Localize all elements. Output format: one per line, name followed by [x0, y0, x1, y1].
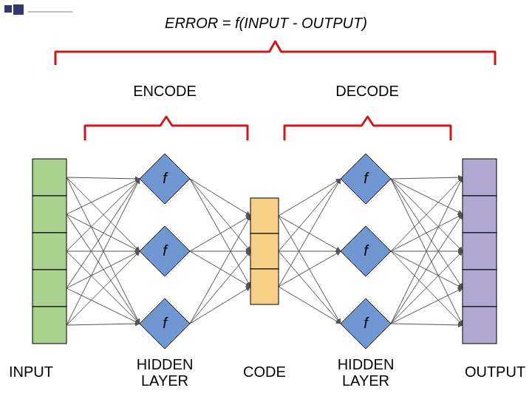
svg-line-31	[279, 251, 341, 287]
svg-line-18	[190, 216, 250, 251]
svg-line-15	[190, 179, 250, 216]
edges-h2-output	[391, 177, 463, 325]
svg-line-39	[391, 214, 463, 251]
input-layer-cell	[33, 159, 66, 196]
svg-line-29	[279, 251, 341, 324]
svg-line-43	[391, 177, 463, 324]
output-layer-cell	[463, 159, 497, 196]
hidden-layer-2: fff	[341, 154, 391, 349]
decode-label: DECODE	[335, 83, 399, 99]
input-layer-cell	[33, 233, 66, 270]
code-layer-cell	[250, 233, 279, 269]
output-label: OUTPUT	[465, 364, 525, 380]
svg-line-30	[279, 179, 341, 287]
output-layer	[463, 159, 497, 344]
input-label: INPUT	[9, 364, 53, 380]
bracket-decode	[284, 117, 451, 140]
diagram-title: ERROR = f(INPUT - OUTPUT)	[165, 15, 367, 31]
bracket-error	[55, 41, 495, 65]
code-label: CODE	[243, 364, 286, 380]
bracket-encode	[85, 117, 248, 140]
svg-line-3	[66, 179, 140, 214]
output-layer-cell	[463, 270, 497, 307]
svg-line-24	[279, 179, 341, 216]
output-layer-cell	[463, 307, 497, 344]
svg-line-14	[66, 324, 140, 325]
svg-line-37	[391, 179, 463, 325]
hidden1-label: HIDDENLAYER	[137, 356, 194, 389]
svg-line-2	[66, 177, 140, 324]
input-layer-cell	[33, 307, 66, 344]
code-layer-cell	[250, 269, 279, 304]
svg-line-4	[66, 214, 140, 251]
svg-line-27	[279, 179, 341, 251]
svg-line-5	[66, 214, 140, 324]
svg-line-36	[391, 179, 463, 288]
edges-code-h2	[279, 179, 341, 324]
output-layer-cell	[463, 196, 497, 233]
hidden-layer-1: fff	[140, 154, 190, 349]
input-layer-cell	[33, 270, 66, 307]
encode-label: ENCODE	[133, 83, 197, 99]
svg-line-16	[190, 179, 250, 251]
svg-line-47	[391, 324, 463, 325]
svg-line-41	[391, 251, 463, 288]
edges-input-h1	[66, 177, 140, 325]
edges-h1-code	[190, 179, 250, 324]
svg-line-26	[279, 216, 341, 324]
svg-line-10	[66, 251, 140, 288]
code-layer-cell	[250, 198, 279, 233]
hidden2-label: HIDDENLAYER	[338, 356, 395, 389]
autoencoder-diagram: ffffff ERROR = f(INPUT - OUTPUT)ENCODEDE…	[0, 0, 532, 399]
output-layer-cell	[463, 233, 497, 270]
svg-line-32	[279, 287, 341, 324]
input-layer-cell	[33, 196, 66, 233]
svg-line-12	[66, 179, 140, 325]
svg-line-22	[190, 251, 250, 324]
svg-line-0	[66, 177, 140, 179]
svg-line-33	[391, 177, 463, 179]
svg-line-21	[190, 216, 250, 324]
svg-line-11	[66, 288, 140, 324]
svg-line-34	[391, 179, 463, 214]
svg-line-9	[66, 179, 140, 288]
svg-line-44	[391, 214, 463, 324]
input-layer	[33, 159, 66, 344]
svg-line-23	[190, 287, 250, 324]
svg-line-17	[190, 179, 250, 287]
svg-line-46	[391, 288, 463, 324]
code-layer	[250, 198, 279, 304]
